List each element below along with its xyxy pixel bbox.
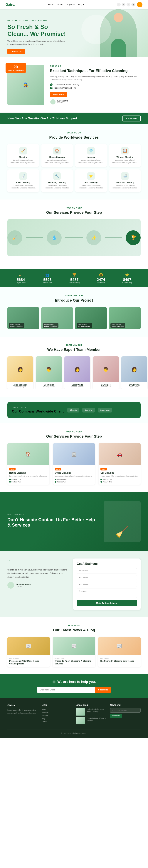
about-read-more-button[interactable]: Read More [50,92,67,97]
team-card-2[interactable]: 👨 Bob Smith Floor Specialist [36,356,62,389]
team-card-1[interactable]: 👩 Alice Johnson Cleaning Expert [7,356,33,389]
service-card-4[interactable]: 🪟 Window Cleaning Lorem ipsum dolor sit … [109,144,141,167]
support-cta-button[interactable]: Contact Us [122,116,141,121]
blog-post-title-2: Things To Know Choosing A Cleaning Servi… [55,660,93,665]
nav-blog[interactable]: Blog ▾ [78,3,84,6]
feature-item-1: ✓ Commercial & House Cleaning [50,84,141,86]
step-img-1: 🏠 [7,443,49,465]
twitter-icon[interactable]: t [122,3,125,6]
about-section: 20 Years of Experience 👩‍🔧 About Us Exce… [0,57,148,113]
estimate-name-input[interactable] [77,568,137,574]
footer-blog-text-1: Professional After Move House Cleaning [87,708,106,713]
nav-about[interactable]: About [57,3,63,6]
team-card-4[interactable]: 👨 David Lee Deep Cleaner [93,356,119,389]
team-member-name-5: Eva Brown [123,384,146,386]
logo-text: Gatre. [5,3,15,7]
step-features-2: Feature One Feature Two [55,478,93,483]
footer-link-contact[interactable]: Contact [42,720,72,723]
service-card-5[interactable]: 🚽 Toilet Cleaning Lorem ipsum dolor sit … [7,169,39,192]
blog-thumb-2: 📰 [53,637,95,655]
team-label: Team Member [0,344,148,346]
portfolio-card-1[interactable]: Best Cleaning House Cleaning [7,307,39,329]
nav-links: Home About Pages ▾ Blog ▾ [48,3,84,6]
dot-icon [55,481,56,483]
about-description: Naturally, when you're looking for a com… [50,75,141,81]
newsletter-submit-button[interactable]: Subscribe [110,714,122,718]
testimonial-text: Ut enim ad minim veniam,quis nostrud exe… [7,568,68,579]
service-card-6[interactable]: 🔧 Plumbing Cleaning Lorem ipsum dolor si… [42,169,73,192]
footer-about-text: Lorem ipsum dolor sit amet consectetur a… [7,709,38,714]
linkedin-icon[interactable]: in [126,3,130,6]
service-icon-5: 🚽 [19,173,27,180]
cta-person-icon: 🧹 [115,525,129,542]
footer-col-blog: Latest Blog Professional After Move Hous… [76,704,106,726]
service-card-3[interactable]: 👕 Loundry Lorem ipsum dolor sit amet con… [75,144,107,167]
portfolio-card-4[interactable]: Top Cleaning Floor Cleaning [109,307,141,329]
footer-link-home[interactable]: Home [42,708,72,711]
portfolio-img-1: Best Cleaning House Cleaning [7,307,39,329]
stat-label-5: 5 Star Rating [122,282,132,284]
step-card-1[interactable]: 🏠 80% House Cleaning Lorem ipsum dolor s… [7,443,49,485]
service-icon-8: 🛁 [121,173,129,180]
portfolio-card-2[interactable]: Van Cleaning Indoor Cleaning [41,307,73,329]
blog-card-2[interactable]: 📰 June 14, 2023 Things To Know Choosing … [53,637,95,667]
portfolio-card-3[interactable]: Van Cleaning Mirror Cleaning [75,307,107,329]
blog-img-3: 📰 [98,637,141,655]
service-card-7[interactable]: ⭐ Star Cleaning Lorem ipsum dolor sit am… [75,169,107,192]
blog-date-1: June 12, 2023 [9,657,48,659]
footer-link-about[interactable]: About Us [42,711,72,714]
team-card-3[interactable]: 👩 Carol White Window Cleaner [65,356,90,389]
newsletter-input[interactable] [110,708,141,713]
team-member-role-4: Deep Cleaner [94,386,117,388]
hero-cta-button[interactable]: Contact Us [7,49,25,54]
estimate-submit-button[interactable]: Make An Appointment [77,600,137,606]
feature-item-2: ✓ Residential Cleaning & Pro [50,87,141,89]
services-label: What We Do [7,132,141,134]
nav-pages[interactable]: Pages ▾ [67,3,74,6]
cta-subscribe-button[interactable]: Subscribe [95,687,111,693]
team-card-5[interactable]: 👩 Eva Brown Team Leader [121,356,147,389]
step-card-3[interactable]: 🚗 80% Car Cleaning Lorem ipsum dolor sit… [99,443,141,485]
estimate-message-input[interactable] [77,589,137,598]
step-feature-1-2: Feature Two [9,481,48,483]
blog-card-1[interactable]: 📰 June 12, 2023 Professional After Move … [7,637,50,667]
service-card-2[interactable]: 🏠 House Cleaning Lorem ipsum dolor sit a… [42,144,73,167]
logo[interactable]: Gatre. [5,3,15,7]
google-icon[interactable]: g [131,3,135,6]
nav-home[interactable]: Home [48,3,54,6]
blog-content-3: June 16, 2023 The Secret Of Cleaning You… [98,655,141,664]
hero-circle-decoration [81,15,111,44]
step-line-3 [105,238,122,238]
estimate-email-input[interactable] [77,575,137,580]
service-card-8[interactable]: 🛁 Bathroom Cleaning Lorem ipsum dolor si… [109,169,141,192]
about-image-box: 20 Years of Experience 👩‍🔧 [7,65,44,105]
portfolio-label-3: Van Cleaning Mirror Cleaning [77,323,92,328]
step-content-2: 80% Office Cleaning Lorem ipsum dolor si… [53,465,95,485]
dot-icon [9,479,11,480]
blog-card-3[interactable]: 📰 June 16, 2023 The Secret Of Cleaning Y… [98,637,141,667]
service-card-1[interactable]: 🧹 Cleaning Lorem ipsum dolor sit amet co… [7,144,39,167]
stat-icon-3: 🏆 [69,273,79,277]
about-content: About Us Excellent Tachniques For Effect… [50,65,141,105]
facebook-icon[interactable]: f [117,3,121,6]
step-card-2[interactable]: 🏢 80% Office Cleaning Lorem ipsum dolor … [53,443,95,485]
footer-blog-item-2: Things To Know Choosing Services [76,717,106,724]
step-feature-2-1: Feature One [55,478,93,480]
portfolio-title: Introduce Our Project [7,298,141,303]
portfolio-img-2: Van Cleaning Indoor Cleaning [41,307,73,329]
user-avatar[interactable]: U [137,2,143,7]
dot-icon [100,479,102,480]
step-person-1: 🏠 [7,443,49,465]
social-icons: f t in g [117,3,135,6]
estimate-phone-input[interactable] [77,582,137,587]
footer-link-blog[interactable]: Blog [42,717,72,720]
footer-link-services[interactable]: Services [42,714,72,717]
footer-col-links: Links Home About Us Services Blog Contac… [42,704,72,726]
how-section: How We Work Our Services Provide Four St… [0,199,148,269]
client-logo-3: FreshHome [98,408,112,412]
team-header: Team Member We Have Expert Team Member [0,344,148,352]
about-title: Excellent Tachniques For Effective Clean… [50,68,141,73]
cta-title: Don't Hesitate Contact Us For Better Hel… [7,517,98,528]
stat-item-3: 🏆 5487 Award Wining [69,273,79,284]
cta-email-input[interactable] [37,687,95,693]
